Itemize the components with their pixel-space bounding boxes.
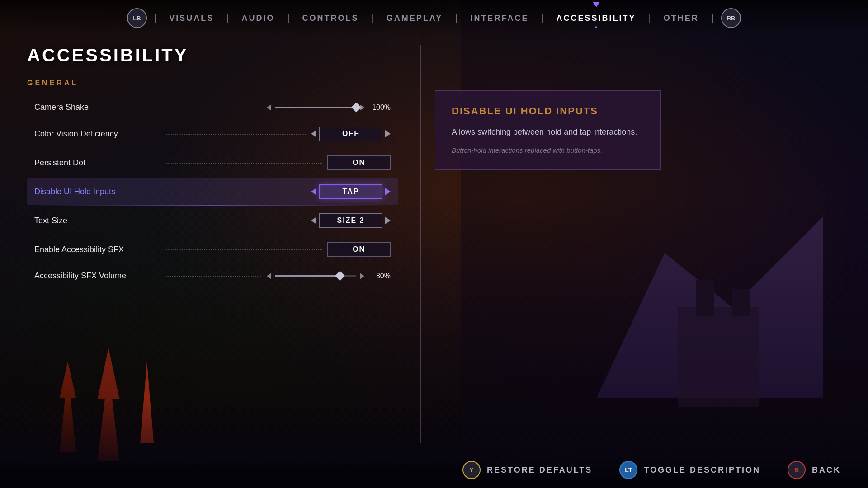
settings-list: Camera Shake 100% Color Vision Defi [27,96,398,287]
page-title: ACCESSIBILITY [27,45,398,66]
setting-accessibility-sfx[interactable]: Enable Accessibility SFX ON [27,236,398,263]
back-action[interactable]: B BACK [788,461,841,479]
toggle-persistent-dot[interactable]: ON [327,155,391,170]
rb-button[interactable]: RB [721,8,741,28]
right-panel: DISABLE UI HOLD INPUTS Allows switching … [426,45,841,443]
toggle-description-action[interactable]: LT TOGGLE DESCRIPTION [619,461,760,479]
nav-interface[interactable]: INTERFACE [465,10,534,27]
toggle-value-accessibility-sfx: ON [327,242,391,257]
description-note: Button-hold interactions replaced with b… [452,145,644,155]
nav-sep-7: | [649,13,651,23]
slider-fill-camera-shake [275,107,356,108]
toggle-value-color-vision: OFF [319,127,382,141]
main-container: LB | VISUALS | AUDIO | CONTROLS | GAMEPL… [0,0,868,488]
nav-audio[interactable]: AUDIO [236,10,280,27]
nav-controls[interactable]: CONTROLS [297,10,364,27]
toggle-left-arrow-color-vision[interactable] [311,130,316,137]
active-glow [34,205,391,206]
nav-items: LB | VISUALS | AUDIO | CONTROLS | GAMEPL… [127,8,741,28]
setting-label-text-size: Text Size [34,216,161,225]
setting-label-persistent-dot: Persistent Dot [34,158,161,168]
slider-value-sfx-vol: 80% [368,272,391,280]
dots-persistent-dot [166,163,322,164]
back-button-icon: B [788,461,806,479]
bottom-bar: Y RESTORE DEFAULTS LT TOGGLE DESCRIPTION… [0,452,868,488]
setting-text-size[interactable]: Text Size SIZE 2 [27,207,398,234]
toggle-text-size[interactable]: SIZE 2 [311,213,391,228]
description-text: Allows switching between hold and tap in… [452,126,644,138]
slider-track-sfx-vol [275,275,356,277]
nav-sep-4: | [372,13,374,23]
setting-label-camera-shake: Camera Shake [34,103,161,112]
restore-defaults-button-icon: Y [462,461,481,479]
nav-other[interactable]: OTHER [658,10,704,27]
restore-defaults-label: RESTORE DEFAULTS [487,465,592,475]
restore-defaults-action[interactable]: Y RESTORE DEFAULTS [462,461,592,479]
slider-fill-sfx-vol [275,275,340,277]
slider-value-camera-shake: 100% [368,103,391,112]
slider-camera-shake[interactable]: 100% [267,103,391,112]
dots-text-size [166,221,306,221]
lb-button[interactable]: LB [127,8,147,28]
toggle-disable-ui-hold[interactable]: TAP [311,184,391,199]
nav-sep-1: | [154,13,156,23]
slider-right-arrow-sfx-vol[interactable] [360,273,364,279]
setting-camera-shake[interactable]: Camera Shake 100% [27,96,398,118]
slider-left-arrow-sfx-vol[interactable] [267,273,271,279]
toggle-accessibility-sfx[interactable]: ON [327,242,391,257]
left-panel: ACCESSIBILITY GENERAL Camera Shake [27,45,416,443]
toggle-value-disable-ui-hold: TAP [319,184,382,199]
toggle-value-text-size: SIZE 2 [319,213,382,228]
panel-divider [420,45,421,443]
nav-sep-3: | [287,13,289,23]
slider-thumb-sfx-vol [335,271,345,281]
slider-track-camera-shake [275,107,356,108]
description-box: DISABLE UI HOLD INPUTS Allows switching … [435,90,661,170]
toggle-value-persistent-dot: ON [327,155,391,170]
setting-color-vision[interactable]: Color Vision Deficiency OFF [27,120,398,147]
top-navigation: LB | VISUALS | AUDIO | CONTROLS | GAMEPL… [0,0,868,36]
main-content: ACCESSIBILITY GENERAL Camera Shake [0,36,868,452]
description-title: DISABLE UI HOLD INPUTS [452,105,644,117]
setting-label-disable-ui-hold: Disable UI Hold Inputs [34,187,161,197]
dots-disable-ui-hold [166,192,306,192]
dots-camera-shake [166,108,261,108]
nav-accessibility[interactable]: ACCESSIBILITY [551,10,642,27]
dots-color-vision [166,134,306,135]
setting-accessibility-sfx-volume[interactable]: Accessibility SFX Volume 80% [27,265,398,287]
dots-accessibility-sfx [166,249,322,250]
slider-accessibility-sfx-volume[interactable]: 80% [267,272,391,280]
setting-label-accessibility-sfx-volume: Accessibility SFX Volume [34,271,161,281]
nav-gameplay[interactable]: GAMEPLAY [381,10,448,27]
back-label: BACK [812,465,841,475]
nav-visuals[interactable]: VISUALS [164,10,219,27]
toggle-right-arrow-color-vision[interactable] [385,130,391,137]
nav-sep-8: | [712,13,714,23]
toggle-right-arrow-disable-ui-hold[interactable] [385,188,391,195]
setting-label-accessibility-sfx: Enable Accessibility SFX [34,245,161,254]
toggle-description-label: TOGGLE DESCRIPTION [644,465,760,475]
dots-accessibility-sfx-volume [166,276,261,277]
setting-label-color-vision: Color Vision Deficiency [34,129,161,139]
toggle-left-arrow-text-size[interactable] [311,217,316,224]
setting-disable-ui-hold[interactable]: Disable UI Hold Inputs TAP [27,178,398,205]
toggle-color-vision[interactable]: OFF [311,127,391,141]
active-nav-indicator [593,2,600,7]
nav-sep-5: | [455,13,458,23]
toggle-right-arrow-text-size[interactable] [385,217,391,224]
toggle-description-button-icon: LT [619,461,637,479]
toggle-left-arrow-disable-ui-hold[interactable] [311,188,316,195]
slider-left-arrow-camera-shake[interactable] [267,104,271,111]
nav-sep-6: | [541,13,543,23]
nav-sep-2: | [226,13,229,23]
setting-persistent-dot[interactable]: Persistent Dot ON [27,149,398,176]
section-label: GENERAL [27,79,398,87]
